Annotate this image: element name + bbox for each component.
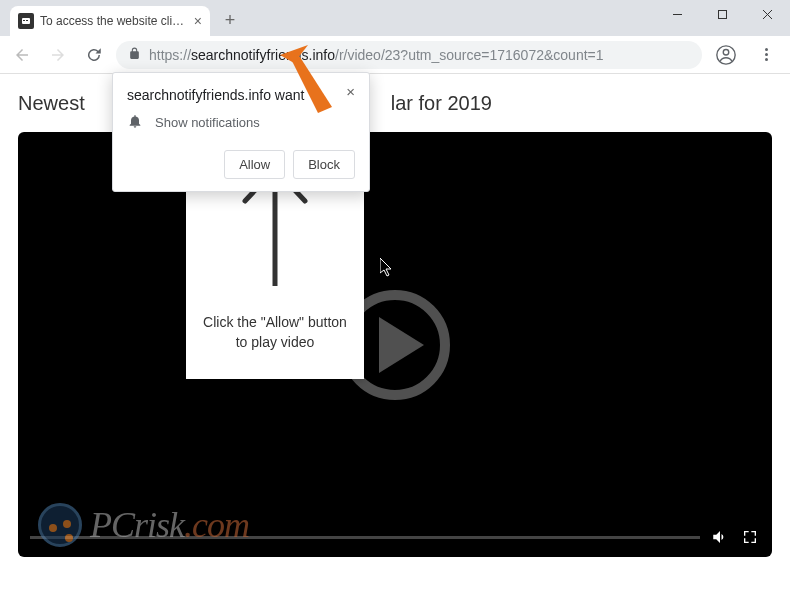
menu-button[interactable] <box>750 39 782 71</box>
svg-rect-2 <box>26 20 28 21</box>
url-path: /r/video/23?utm_source=1716072&count=1 <box>335 47 604 63</box>
address-bar[interactable]: https://searchnotifyfriends.info/r/video… <box>116 41 702 69</box>
overlay-line1: Click the "Allow" button <box>203 313 347 333</box>
fullscreen-icon[interactable] <box>740 527 760 547</box>
reload-button[interactable] <box>80 41 108 69</box>
video-player[interactable]: PCrisk.com <box>18 132 772 557</box>
tab-close-icon[interactable]: × <box>194 13 202 29</box>
wm-dotcom: .com <box>184 505 249 545</box>
wm-pc: PC <box>90 505 134 545</box>
url-text: https://searchnotifyfriends.info/r/video… <box>149 47 690 63</box>
profile-button[interactable] <box>710 39 742 71</box>
window-controls <box>655 0 790 28</box>
annotation-arrow-icon <box>270 45 350 129</box>
watermark: PCrisk.com <box>38 503 249 547</box>
lock-icon <box>128 47 141 63</box>
overlay-instruction: Click the "Allow" button to play video <box>203 313 347 352</box>
notification-prompt: Show notifications <box>155 115 260 130</box>
watermark-logo-icon <box>38 503 82 547</box>
overlay-line2: to play video <box>203 333 347 353</box>
svg-marker-11 <box>288 53 332 113</box>
header-left: Newest <box>18 92 85 115</box>
bell-icon <box>127 113 143 132</box>
browser-toolbar: https://searchnotifyfriends.info/r/video… <box>0 36 790 74</box>
tab-title: To access the website click the "A <box>40 14 188 28</box>
svg-rect-1 <box>23 20 25 21</box>
minimize-button[interactable] <box>655 0 700 28</box>
wm-risk: risk <box>134 505 184 545</box>
forward-button[interactable] <box>44 41 72 69</box>
new-tab-button[interactable]: + <box>220 10 240 31</box>
tab-favicon-icon <box>18 13 34 29</box>
play-icon <box>379 317 424 373</box>
mouse-cursor-icon <box>380 258 396 282</box>
watermark-text: PCrisk.com <box>90 504 249 546</box>
allow-button[interactable]: Allow <box>224 150 285 179</box>
browser-tab[interactable]: To access the website click the "A × <box>10 6 210 36</box>
header-right: lar for 2019 <box>391 92 492 115</box>
back-button[interactable] <box>8 41 36 69</box>
volume-icon[interactable] <box>710 527 730 547</box>
window-titlebar: To access the website click the "A × + <box>0 0 790 36</box>
maximize-button[interactable] <box>700 0 745 28</box>
svg-point-8 <box>723 49 729 55</box>
block-button[interactable]: Block <box>293 150 355 179</box>
svg-rect-4 <box>719 10 727 18</box>
url-scheme: https:// <box>149 47 191 63</box>
close-window-button[interactable] <box>745 0 790 28</box>
